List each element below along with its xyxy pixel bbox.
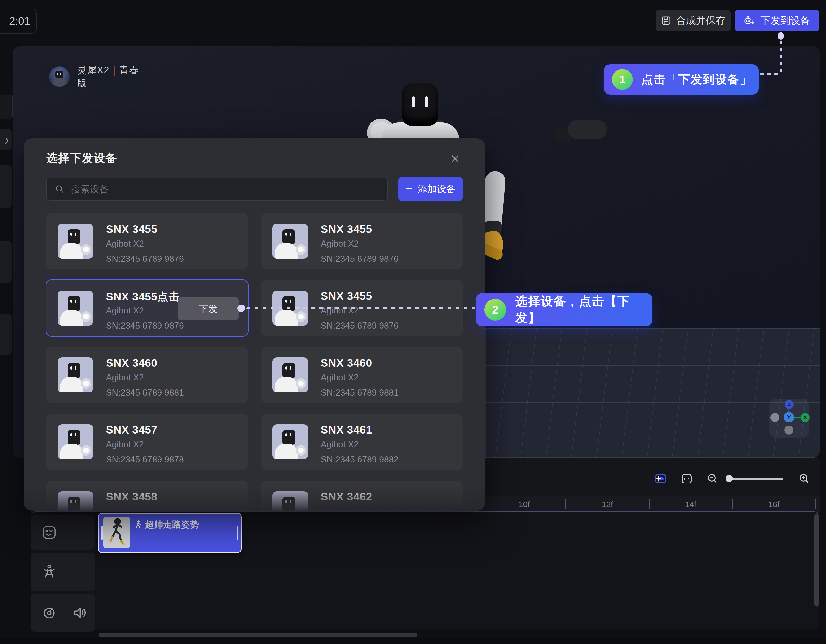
track-row-motion[interactable] <box>31 553 95 591</box>
robot-head <box>402 83 438 126</box>
guide-step-1: 1 点击「下发到设备」 <box>604 64 759 94</box>
guide-step-2: 2 选择设备，点击【下发】 <box>476 293 652 326</box>
sidebar-panel-fragment[interactable] <box>0 314 12 355</box>
robot-right-shoulder <box>568 120 607 139</box>
device-card[interactable]: SNX 3455 Agibot X2 SN:2345 6789 9876 下发 <box>261 213 463 269</box>
modal-title: 选择下发设备 <box>47 150 117 166</box>
device-thumbnail <box>272 224 308 259</box>
sidebar-panel-fragment[interactable] <box>0 241 12 283</box>
device-thumbnail <box>272 358 308 392</box>
save-icon <box>661 15 671 26</box>
model-badge: 灵犀X2｜青春版 <box>42 62 146 91</box>
bottom-strip <box>0 638 826 644</box>
device-thumbnail <box>272 424 308 459</box>
axis-x-handle[interactable]: X <box>801 413 810 422</box>
device-card[interactable]: SNX 3460 Agibot X2 SN:2345 6789 9881 下发 <box>47 347 248 403</box>
device-model: Agibot X2 <box>106 440 144 449</box>
walking-person-icon <box>135 520 142 529</box>
device-name: SNX 3458 <box>106 490 158 503</box>
speed-gauge-icon <box>42 605 57 620</box>
ruler-tick <box>732 499 733 509</box>
deploy-to-device-button[interactable]: 下发到设备 <box>735 10 819 31</box>
device-card[interactable]: SNX 3460 Agibot X2 SN:2345 6789 9881 下发 <box>261 347 463 403</box>
device-card[interactable]: SNX 3462 下发 <box>261 481 463 511</box>
deploy-button-label: 下发到设备 <box>761 14 810 27</box>
robot-download-icon <box>744 15 756 26</box>
device-list: SNX 3455 Agibot X2 SN:2345 6789 9876 下发 … <box>47 213 463 511</box>
axis-gizmo[interactable]: Z Y X <box>770 399 809 438</box>
device-model: Agibot X2 <box>321 239 359 249</box>
device-model: Agibot X2 <box>106 239 144 249</box>
search-input[interactable] <box>70 184 379 195</box>
device-serial: SN:2345 6789 9876 <box>106 254 184 264</box>
sidebar-expand-button[interactable]: › <box>0 129 12 150</box>
add-clip-icon[interactable] <box>655 473 666 485</box>
device-serial: SN:2345 6789 9876 <box>321 321 399 331</box>
sidebar-panel-fragment[interactable] <box>0 166 12 208</box>
ruler-frame-label: 12f <box>602 500 613 509</box>
device-name: SNX 3462 <box>321 490 372 503</box>
ruler-frame-label: 10f <box>519 500 529 509</box>
ruler-tick <box>815 499 816 509</box>
device-name: SNX 3455 <box>106 223 158 235</box>
add-device-button[interactable]: + 添加设备 <box>398 176 463 201</box>
device-model: Agibot X2 <box>106 306 144 316</box>
device-serial: SN:2345 6789 9882 <box>321 455 399 464</box>
axis-y-handle[interactable]: Y <box>784 412 794 423</box>
timeline-zoom-slider[interactable] <box>729 478 783 480</box>
ruler-frame-label: 16f <box>768 500 779 509</box>
device-card[interactable]: SNX 3455 Agibot X2 SN:2345 6789 9876 下发 <box>47 213 248 269</box>
device-model: Agibot X2 <box>106 373 144 382</box>
device-model: Agibot X2 <box>321 373 359 382</box>
device-card[interactable]: SNX 3461 Agibot X2 SN:2345 6789 9882 下发 <box>261 414 463 470</box>
device-serial: SN:2345 6789 9881 <box>106 388 184 398</box>
fit-clip-icon[interactable] <box>681 473 692 485</box>
device-name: SNX 3460 <box>106 356 158 369</box>
send-button[interactable]: 下发 <box>178 297 239 320</box>
axis-gizmo-dot[interactable] <box>770 413 779 422</box>
horizontal-scrollbar[interactable] <box>99 633 417 637</box>
device-thumbnail <box>58 491 93 511</box>
device-card[interactable]: SNX 3458 下发 <box>47 481 248 511</box>
zoom-out-icon[interactable] <box>707 473 719 485</box>
device-serial: SN:2345 6789 9878 <box>106 455 184 464</box>
device-thumbnail <box>58 224 93 259</box>
connector-dot <box>238 305 245 312</box>
device-model: Agibot X2 <box>321 440 359 449</box>
face-wink-icon <box>42 525 57 540</box>
person-icon <box>42 564 57 579</box>
connector-line <box>760 73 781 75</box>
connector-line <box>780 41 781 74</box>
clip-label: 超帅走路姿势 <box>145 519 199 531</box>
track-row-audio[interactable] <box>31 594 95 632</box>
guide-step-1-text: 点击「下发到设备」 <box>641 72 752 87</box>
clip-right-handle[interactable] <box>237 526 238 540</box>
device-card[interactable]: SNX 3455点击 Agibot X2 SN:2345 6789 9876 下… <box>47 280 248 336</box>
device-name: SNX 3460 <box>321 356 372 369</box>
device-card[interactable]: SNX 3457 Agibot X2 SN:2345 6789 9878 下发 <box>47 414 248 470</box>
device-search-box <box>47 178 388 201</box>
zoom-in-icon[interactable] <box>798 473 810 485</box>
save-button[interactable]: 合成并保存 <box>656 10 731 31</box>
select-device-modal: 选择下发设备 + 添加设备 SNX 3455 Agibot X2 <box>24 138 485 511</box>
clip-left-handle[interactable] <box>101 526 102 540</box>
device-thumbnail <box>58 358 93 392</box>
axis-gizmo-dot[interactable] <box>784 426 793 435</box>
track-row-expression[interactable] <box>31 515 95 550</box>
ruler-tick <box>565 499 566 509</box>
vertical-scrollbar[interactable] <box>814 514 819 607</box>
connector-dot <box>778 32 784 40</box>
device-serial: SN:2345 6789 9881 <box>321 388 399 398</box>
close-icon[interactable] <box>449 152 462 165</box>
save-button-label: 合成并保存 <box>676 14 726 27</box>
device-name: SNX 3455 <box>321 223 372 235</box>
device-thumbnail <box>272 491 308 511</box>
timeline-panel: 超帅走路姿势 <box>31 511 819 629</box>
sidebar-panel-fragment[interactable] <box>0 94 13 119</box>
timeline-clip[interactable]: 超帅走路姿势 <box>98 513 242 553</box>
device-name: SNX 3455 <box>321 289 372 302</box>
timeline-zoom-slider-handle[interactable] <box>726 475 733 482</box>
device-name: SNX 3457 <box>106 423 158 436</box>
axis-z-handle[interactable]: Z <box>785 400 793 409</box>
clip-thumbnail <box>103 517 130 548</box>
